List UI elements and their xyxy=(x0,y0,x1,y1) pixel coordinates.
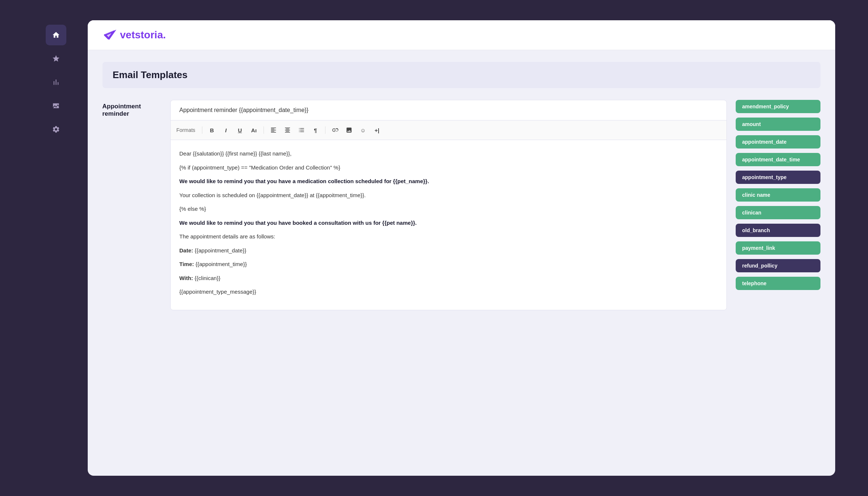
tag-amount[interactable]: amount xyxy=(736,118,820,131)
top-bar: vetstoria. xyxy=(88,20,835,50)
sidebar-item-favorites[interactable] xyxy=(46,48,66,69)
appointment-details-intro: The appointment details are as follows: xyxy=(179,232,718,241)
logo-brand-end: storia. xyxy=(135,29,166,41)
sidebar-item-reports[interactable] xyxy=(46,95,66,116)
chart-bar-icon xyxy=(52,78,60,86)
consultation-reminder-line: We would like to remind you that you hav… xyxy=(179,218,718,228)
app-container: vetstoria. Email Templates Appointment r… xyxy=(29,16,840,480)
align-left-button[interactable] xyxy=(268,124,279,136)
paragraph-button[interactable]: ¶ xyxy=(310,124,321,136)
emoji-button[interactable]: ☺ xyxy=(357,124,369,136)
chart-line-icon xyxy=(52,102,60,110)
subject-line[interactable]: Appointment reminder {{appointment_date_… xyxy=(171,100,726,120)
page-title: Email Templates xyxy=(113,69,810,81)
body-layout: Appointment reminder Appointment reminde… xyxy=(102,100,820,310)
condition-line: {% if (appointment_type) == "Medication … xyxy=(179,163,718,172)
formats-label: Formats xyxy=(177,127,195,133)
align-center-icon xyxy=(284,127,291,133)
align-left-icon xyxy=(270,127,277,133)
else-line: {% else %} xyxy=(179,204,718,214)
font-size-button[interactable]: Aı xyxy=(248,124,260,136)
sidebar-item-home[interactable] xyxy=(46,25,66,45)
tag-appointment-type[interactable]: appointment_type xyxy=(736,171,820,184)
toolbar-divider-3 xyxy=(325,126,325,134)
editor-body[interactable]: Dear {{salutation}} {{first name}} {{las… xyxy=(171,140,726,310)
underline-button[interactable]: U xyxy=(234,124,246,136)
align-center-button[interactable] xyxy=(282,124,293,136)
email-editor[interactable]: Appointment reminder {{appointment_date_… xyxy=(170,100,727,310)
tags-panel: amendment_policy amount appointment_date… xyxy=(736,100,820,290)
toolbar-divider-1 xyxy=(202,126,202,134)
image-button[interactable] xyxy=(343,124,355,136)
tag-appointment-date-time[interactable]: appointment_date_time xyxy=(736,153,820,166)
tag-clinican[interactable]: clinican xyxy=(736,206,820,219)
tag-clinic-name[interactable]: clinic name xyxy=(736,188,820,202)
main-content: vetstoria. Email Templates Appointment r… xyxy=(88,20,835,476)
toolbar-divider-2 xyxy=(264,126,264,134)
sidebar-item-analytics[interactable] xyxy=(46,72,66,92)
star-icon xyxy=(52,55,60,63)
section-label: Appointment reminder xyxy=(102,100,161,118)
tag-payment-link[interactable]: payment_link xyxy=(736,241,820,255)
collection-schedule-line: Your collection is scheduled on {{appoin… xyxy=(179,191,718,200)
more-button[interactable]: +| xyxy=(371,124,383,136)
sidebar xyxy=(29,16,83,480)
appointment-time-line: Time: {{appointment_time}} xyxy=(179,259,718,269)
tag-refund-pollicy[interactable]: refund_pollicy xyxy=(736,259,820,272)
tag-old-branch[interactable]: old_branch xyxy=(736,224,820,237)
tag-amendment-policy[interactable]: amendment_policy xyxy=(736,100,820,113)
list-icon xyxy=(298,127,305,133)
link-button[interactable] xyxy=(329,124,341,136)
logo-brand-start: vet xyxy=(120,29,135,41)
image-icon xyxy=(346,127,352,133)
medication-reminder-line: We would like to remind you that you hav… xyxy=(179,177,718,186)
gear-icon xyxy=(52,125,60,133)
tag-telephone[interactable]: telephone xyxy=(736,277,820,290)
appointment-with-line: With: {{clinican}} xyxy=(179,273,718,283)
appointment-date-line: Date: {{appointment_date}} xyxy=(179,246,718,255)
tag-appointment-date[interactable]: appointment_date xyxy=(736,135,820,149)
logo-icon xyxy=(102,28,117,42)
sidebar-item-settings[interactable] xyxy=(46,119,66,140)
bold-button[interactable]: B xyxy=(206,124,218,136)
list-button[interactable] xyxy=(296,124,307,136)
page-header: Email Templates xyxy=(102,62,820,88)
logo-text: vetstoria. xyxy=(120,29,166,41)
logo: vetstoria. xyxy=(102,28,166,42)
greeting-line: Dear {{salutation}} {{first name}} {{las… xyxy=(179,149,718,158)
content-area: Email Templates Appointment reminder App… xyxy=(88,50,835,476)
link-icon xyxy=(332,127,338,133)
italic-button[interactable]: I xyxy=(220,124,232,136)
home-icon xyxy=(52,31,60,39)
appointment-type-message-line: {{appointment_type_message}} xyxy=(179,287,718,297)
editor-toolbar: Formats B I U Aı xyxy=(171,120,726,140)
